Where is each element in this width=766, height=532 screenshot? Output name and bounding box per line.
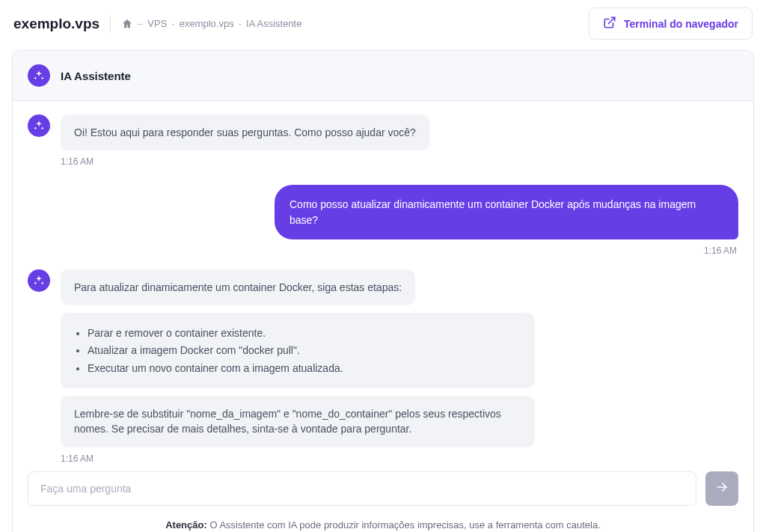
svg-line-0 <box>609 17 615 23</box>
sparkle-icon <box>28 269 50 292</box>
host-label: exemplo.vps <box>13 16 99 32</box>
bot-avatar <box>28 269 50 464</box>
home-icon[interactable] <box>121 18 133 30</box>
breadcrumb: – VPS - exemplo.vps - IA Assistente <box>121 18 301 30</box>
external-link-icon <box>603 16 616 31</box>
browser-terminal-button[interactable]: Terminal do navegador <box>589 7 753 40</box>
user-message-text: Como posso atualizar dinamicamente um co… <box>275 185 738 239</box>
bot-message-text: Para atualizar dinamicamente um containe… <box>61 269 415 305</box>
breadcrumb-sep: – <box>138 18 143 29</box>
message-timestamp: 1:16 AM <box>61 156 738 167</box>
message-timestamp: 1:16 AM <box>61 453 738 464</box>
message-row-user: Como posso atualizar dinamicamente um co… <box>28 185 738 256</box>
divider <box>110 16 111 32</box>
chat-area: Oi! Estou aqui para responder suas pergu… <box>13 101 753 467</box>
card-header: IA Assistente <box>13 51 753 101</box>
bot-avatar <box>28 114 50 167</box>
message-timestamp: 1:16 AM <box>704 245 737 256</box>
send-icon <box>714 480 729 497</box>
breadcrumb-item-vps[interactable]: VPS <box>147 18 167 29</box>
breadcrumb-item-host[interactable]: exemplo.vps <box>180 18 234 29</box>
bot-message-text: Oi! Estou aqui para responder suas pergu… <box>61 114 429 150</box>
browser-terminal-label: Terminal do navegador <box>624 18 738 30</box>
message-row-bot: Para atualizar dinamicamente um containe… <box>28 269 738 464</box>
step-item: Parar e remover o container existente. <box>88 325 521 340</box>
sparkle-icon <box>28 64 50 87</box>
breadcrumb-sep: - <box>171 18 174 29</box>
top-bar-left: exemplo.vps – VPS - exemplo.vps - IA Ass… <box>13 16 301 32</box>
breadcrumb-sep: - <box>239 18 242 29</box>
sparkle-icon <box>28 114 50 137</box>
step-item: Executar um novo container com a imagem … <box>88 361 521 376</box>
breadcrumb-item-current: IA Assistente <box>246 18 301 29</box>
card-title: IA Assistente <box>61 70 131 82</box>
disclaimer: Atenção: O Assistente com IA pode produz… <box>13 512 753 532</box>
disclaimer-bold: Atenção: <box>165 519 207 531</box>
top-bar: exemplo.vps – VPS - exemplo.vps - IA Ass… <box>0 0 766 44</box>
send-button[interactable] <box>705 471 738 506</box>
input-row <box>13 467 753 512</box>
message-row-bot: Oi! Estou aqui para responder suas pergu… <box>28 114 738 167</box>
question-input[interactable] <box>28 471 696 506</box>
assistant-card: IA Assistente Oi! Estou aqui para respon… <box>12 50 754 532</box>
bot-message-steps: Parar e remover o container existente. A… <box>61 313 535 388</box>
step-item: Atualizar a imagem Docker com "docker pu… <box>88 343 521 358</box>
bot-message-text: Lembre-se de substituir "nome_da_imagem"… <box>61 396 535 447</box>
disclaimer-text: O Assistente com IA pode produzir inform… <box>207 519 601 531</box>
